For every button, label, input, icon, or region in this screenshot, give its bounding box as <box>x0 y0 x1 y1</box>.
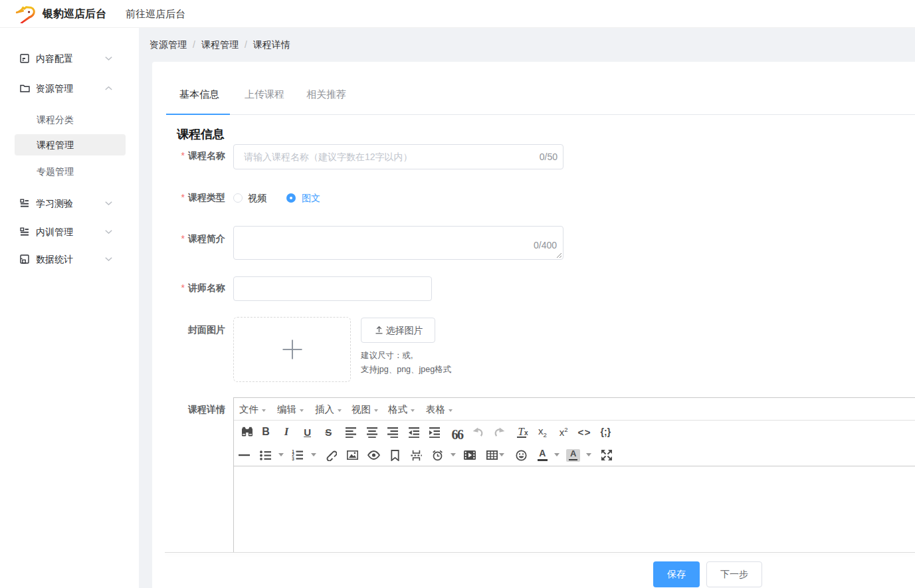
svg-text:3: 3 <box>292 456 295 460</box>
